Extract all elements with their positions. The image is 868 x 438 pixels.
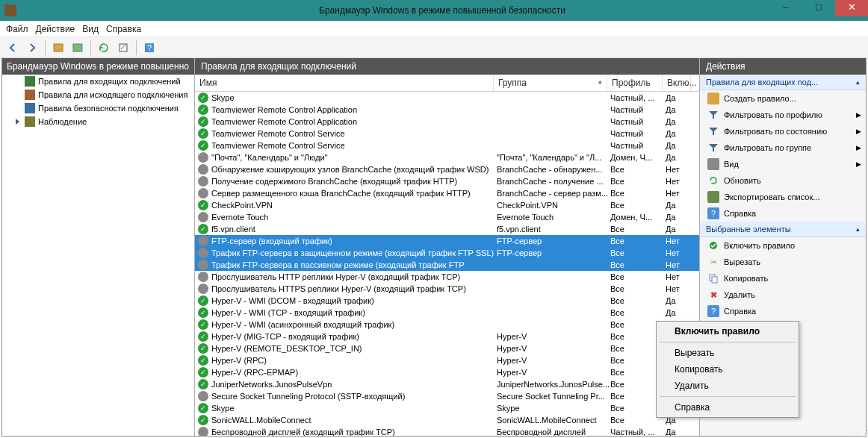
minimize-button[interactable]: ─ xyxy=(769,0,802,16)
action-label: Копировать xyxy=(724,274,768,283)
tree-root[interactable]: Брандмауэр Windows в режиме повышенно xyxy=(2,58,194,75)
tree-item-label: Правила безопасности подключения xyxy=(38,104,179,113)
action-cut[interactable]: ✂Вырезать xyxy=(700,254,866,270)
ctx-delete[interactable]: Удалить xyxy=(658,378,797,394)
main-area: Брандмауэр Windows в режиме повышенно Пр… xyxy=(1,58,867,437)
rule-row[interactable]: ✓Hyper-V (RPC-EPMAP)Hyper-VВсеДа xyxy=(195,366,699,378)
rule-row[interactable]: Беспроводной дисплей (входящий трафик TC… xyxy=(195,426,699,436)
rule-row[interactable]: FTP-сервер (входящий трафик)FTP-серверВс… xyxy=(195,235,699,247)
cell-enabled: Да xyxy=(666,428,688,436)
cell-name: Secure Socket Tunneling Protocol (SSTP-в… xyxy=(211,392,497,401)
expand-icon[interactable] xyxy=(14,118,22,125)
rule-row[interactable]: ✓Teamviewer Remote Control ServiceЧастны… xyxy=(195,140,699,151)
export-button[interactable] xyxy=(115,40,131,56)
disabled-icon xyxy=(198,391,208,401)
rule-list[interactable]: ✓SkypeЧастный, ...Да✓Teamviewer Remote C… xyxy=(195,92,699,436)
rule-row[interactable]: ✓Hyper-V (RPC)Hyper-VВсеДа xyxy=(195,354,699,366)
cell-enabled: Да xyxy=(666,105,688,114)
rule-row[interactable]: ✓SonicWALL.MobileConnectSonicWALL.Mobile… xyxy=(195,414,699,426)
rule-row[interactable]: ✓Hyper-V - WMI (асинхронный входящий тра… xyxy=(195,319,699,331)
menu-file[interactable]: Файл xyxy=(6,24,28,34)
ctx-copy[interactable]: Копировать xyxy=(658,361,797,378)
rule-row[interactable]: Secure Socket Tunneling Protocol (SSTP-в… xyxy=(195,390,699,402)
forward-button[interactable] xyxy=(24,40,40,56)
rule-row[interactable]: Обнаружение кэширующих узлов BranchCache… xyxy=(195,163,699,175)
back-button[interactable] xyxy=(4,40,21,56)
cell-group: Hyper-V xyxy=(497,368,610,377)
rule-row[interactable]: ✓Hyper-V (MIG-TCP - входящий трафик)Hype… xyxy=(195,331,699,342)
rule-row[interactable]: ✓f5.vpn.clientf5.vpn.clientВсеДа xyxy=(195,223,699,235)
ctx-cut[interactable]: Вырезать xyxy=(658,345,797,361)
rule-row[interactable]: ✓Teamviewer Remote Control ApplicationЧа… xyxy=(195,116,699,128)
tree-item[interactable]: Правила для входящих подключений xyxy=(14,75,194,88)
rule-row[interactable]: Трафик FTP-сервера в пассивном режиме (в… xyxy=(195,259,699,271)
col-profile[interactable]: Профиль xyxy=(607,75,663,91)
cell-profile: Все xyxy=(610,225,666,234)
rule-row[interactable]: ✓Hyper-V (REMOTE_DESKTOP_TCP_IN)Hyper-VВ… xyxy=(195,342,699,354)
actions-section-rules[interactable]: Правила для входящих под...▴ xyxy=(700,75,866,90)
action-filter[interactable]: Фильтровать по профилю▶ xyxy=(700,107,866,123)
rule-row[interactable]: ✓SkypeЧастный, ...Да xyxy=(195,92,699,104)
action-export[interactable]: Экспортировать список... xyxy=(700,189,866,205)
action-filter[interactable]: Фильтровать по состоянию▶ xyxy=(700,123,866,140)
rule-row[interactable]: Трафик FTP-сервера в защищенном режиме (… xyxy=(195,247,699,259)
rule-row[interactable]: Evernote TouchEvernote TouchДомен, Ч...Д… xyxy=(195,211,699,223)
action-label: Вид xyxy=(724,160,739,169)
actions-section-selected[interactable]: Выбранные элементы▴ xyxy=(700,222,866,237)
action-help[interactable]: ?Справка xyxy=(700,205,866,222)
action-refresh[interactable]: Обновить xyxy=(700,172,866,189)
action-enable[interactable]: Включить правило xyxy=(700,237,866,254)
svg-rect-1 xyxy=(73,44,82,51)
rule-row[interactable]: ✓CheckPoint.VPNCheckPoint.VPNВсеДа xyxy=(195,199,699,211)
cell-group: CheckPoint.VPN xyxy=(497,201,610,210)
menu-action[interactable]: Действие xyxy=(36,24,75,34)
tool-button-2[interactable] xyxy=(69,40,86,56)
resize-grip[interactable]: ⋰⋰ xyxy=(855,429,865,437)
refresh-button[interactable] xyxy=(96,40,112,56)
rule-row[interactable]: ✓SkypeSkypeВсеДа xyxy=(195,402,699,414)
close-button[interactable]: ✕ xyxy=(835,0,868,16)
tree-item[interactable]: Правила для исходящего подключения xyxy=(14,88,194,101)
ctx-enable-rule[interactable]: Включить правило xyxy=(658,323,797,340)
enabled-icon: ✓ xyxy=(198,307,208,318)
maximize-button[interactable]: ☐ xyxy=(802,0,835,16)
action-view[interactable]: Вид▶ xyxy=(700,156,866,172)
rule-row[interactable]: Сервер размещенного кэша BranchCache (вх… xyxy=(195,187,699,199)
tree-item[interactable]: Правила безопасности подключения xyxy=(14,101,194,115)
cell-group: BranchCache - сервер разм... xyxy=(497,189,610,198)
col-enabled[interactable]: Вклю... xyxy=(663,75,691,91)
rule-row[interactable]: Прослушиватель HTTPS реплики Hyper-V (вх… xyxy=(195,283,699,295)
tree-item[interactable]: Наблюдение xyxy=(14,115,194,128)
inbound-icon xyxy=(25,76,35,87)
cell-enabled: Да xyxy=(666,213,688,222)
action-new[interactable]: Создать правило... xyxy=(700,90,866,107)
rule-row[interactable]: ✓Hyper-V - WMI (DCOM - входящий трафик)В… xyxy=(195,295,699,307)
menu-view[interactable]: Вид xyxy=(82,24,99,34)
col-name[interactable]: Имя xyxy=(195,75,494,91)
cut-icon: ✂ xyxy=(707,256,719,268)
rule-row[interactable]: ✓Teamviewer Remote Control ApplicationЧа… xyxy=(195,104,699,116)
tool-button-1[interactable] xyxy=(50,40,66,56)
menu-help[interactable]: Справка xyxy=(106,24,141,34)
rule-row[interactable]: ✓Hyper-V - WMI (TCP - входящий трафик)Вс… xyxy=(195,307,699,319)
action-filter[interactable]: Фильтровать по группе▶ xyxy=(700,140,866,156)
col-group[interactable]: Группа xyxy=(494,75,607,91)
action-label: Справка xyxy=(724,209,756,218)
cell-profile: Частный, ... xyxy=(610,93,666,102)
action-delete[interactable]: ✖Удалить xyxy=(700,287,866,303)
action-copy[interactable]: Копировать xyxy=(700,270,866,287)
help-button[interactable]: ? xyxy=(141,40,158,56)
disabled-icon xyxy=(198,176,208,187)
rule-row[interactable]: "Почта", "Календарь" и "Люди""Почта", "К… xyxy=(195,151,699,163)
rule-row[interactable]: ✓Teamviewer Remote Control ServiceЧастны… xyxy=(195,128,699,140)
menubar: Файл Действие Вид Справка xyxy=(0,21,868,37)
rule-row[interactable]: Прослушиватель HTTP реплики Hyper-V (вхо… xyxy=(195,271,699,283)
action-label: Фильтровать по группе xyxy=(724,143,811,152)
cell-name: Skype xyxy=(211,93,497,102)
cell-name: Hyper-V - WMI (TCP - входящий трафик) xyxy=(211,308,497,317)
cell-name: Обнаружение кэширующих узлов BranchCache… xyxy=(211,165,497,174)
rule-row[interactable]: Получение содержимого BranchCache (входя… xyxy=(195,175,699,187)
rule-row[interactable]: ✓JuniperNetworks.JunosPulseVpnJuniperNet… xyxy=(195,378,699,390)
ctx-help[interactable]: Справка xyxy=(658,399,797,416)
action-help[interactable]: ?Справка xyxy=(700,303,866,319)
